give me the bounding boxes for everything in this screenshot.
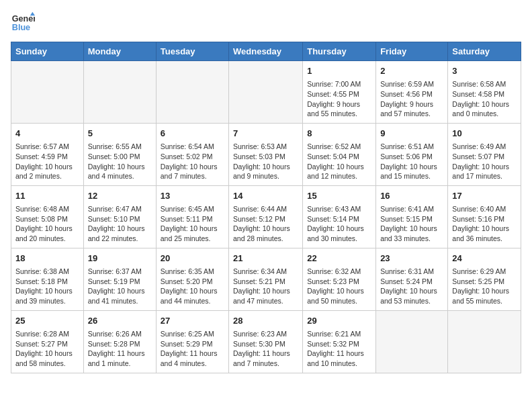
calendar-cell: 8Sunrise: 6:52 AM Sunset: 5:04 PM Daylig… — [303, 123, 376, 185]
calendar-cell — [448, 310, 521, 373]
day-info: Sunrise: 6:23 AM Sunset: 5:30 PM Dayligh… — [233, 329, 298, 369]
day-number: 17 — [452, 190, 517, 202]
calendar-cell: 23Sunrise: 6:31 AM Sunset: 5:24 PM Dayli… — [376, 248, 448, 310]
day-number: 19 — [88, 253, 152, 265]
day-info: Sunrise: 6:48 AM Sunset: 5:08 PM Dayligh… — [15, 204, 79, 244]
day-number: 20 — [161, 253, 224, 265]
day-info: Sunrise: 6:47 AM Sunset: 5:10 PM Dayligh… — [88, 204, 152, 244]
calendar-cell: 9Sunrise: 6:51 AM Sunset: 5:06 PM Daylig… — [376, 123, 448, 185]
day-info: Sunrise: 6:44 AM Sunset: 5:12 PM Dayligh… — [233, 204, 298, 244]
day-info: Sunrise: 6:41 AM Sunset: 5:15 PM Dayligh… — [380, 204, 443, 244]
day-info: Sunrise: 6:25 AM Sunset: 5:29 PM Dayligh… — [161, 329, 224, 369]
calendar-cell — [11, 61, 84, 124]
calendar-cell — [83, 61, 156, 124]
day-number: 25 — [15, 315, 79, 327]
calendar-cell: 27Sunrise: 6:25 AM Sunset: 5:29 PM Dayli… — [156, 310, 228, 373]
calendar-header-row: SundayMondayTuesdayWednesdayThursdayFrid… — [11, 42, 521, 61]
day-info: Sunrise: 6:49 AM Sunset: 5:07 PM Dayligh… — [452, 142, 517, 181]
day-info: Sunrise: 6:34 AM Sunset: 5:21 PM Dayligh… — [233, 267, 298, 306]
day-info: Sunrise: 6:43 AM Sunset: 5:14 PM Dayligh… — [307, 204, 371, 244]
day-number: 21 — [233, 253, 298, 265]
day-info: Sunrise: 6:40 AM Sunset: 5:16 PM Dayligh… — [452, 204, 517, 244]
day-info: Sunrise: 6:58 AM Sunset: 4:58 PM Dayligh… — [452, 79, 517, 119]
calendar-cell: 11Sunrise: 6:48 AM Sunset: 5:08 PM Dayli… — [11, 185, 84, 248]
calendar-week-row: 4Sunrise: 6:57 AM Sunset: 4:59 PM Daylig… — [11, 123, 521, 185]
calendar-cell: 7Sunrise: 6:53 AM Sunset: 5:03 PM Daylig… — [229, 123, 303, 185]
calendar-cell: 18Sunrise: 6:38 AM Sunset: 5:18 PM Dayli… — [11, 248, 84, 310]
calendar-cell: 17Sunrise: 6:40 AM Sunset: 5:16 PM Dayli… — [448, 185, 521, 248]
calendar-cell: 25Sunrise: 6:28 AM Sunset: 5:27 PM Dayli… — [11, 310, 84, 373]
calendar-cell: 15Sunrise: 6:43 AM Sunset: 5:14 PM Dayli… — [303, 185, 376, 248]
day-number: 4 — [15, 128, 79, 140]
header-day-thursday: Thursday — [303, 42, 376, 61]
day-number: 14 — [233, 190, 298, 202]
header-day-sunday: Sunday — [11, 42, 84, 61]
svg-text:Blue: Blue — [12, 23, 30, 32]
day-info: Sunrise: 7:00 AM Sunset: 4:55 PM Dayligh… — [307, 79, 371, 119]
day-number: 11 — [15, 190, 79, 202]
day-number: 23 — [380, 253, 443, 265]
day-info: Sunrise: 6:26 AM Sunset: 5:28 PM Dayligh… — [88, 329, 152, 369]
calendar-week-row: 25Sunrise: 6:28 AM Sunset: 5:27 PM Dayli… — [11, 310, 521, 373]
day-number: 6 — [161, 128, 224, 140]
day-number: 13 — [161, 190, 224, 202]
day-info: Sunrise: 6:28 AM Sunset: 5:27 PM Dayligh… — [15, 329, 79, 369]
calendar-cell: 4Sunrise: 6:57 AM Sunset: 4:59 PM Daylig… — [11, 123, 84, 185]
calendar-cell: 10Sunrise: 6:49 AM Sunset: 5:07 PM Dayli… — [448, 123, 521, 185]
calendar-cell — [229, 61, 303, 124]
day-info: Sunrise: 6:37 AM Sunset: 5:19 PM Dayligh… — [88, 267, 152, 306]
day-number: 22 — [307, 253, 371, 265]
day-number: 24 — [452, 253, 517, 265]
calendar-cell: 1Sunrise: 7:00 AM Sunset: 4:55 PM Daylig… — [303, 61, 376, 124]
day-number: 27 — [161, 315, 224, 327]
day-info: Sunrise: 6:21 AM Sunset: 5:32 PM Dayligh… — [307, 329, 371, 369]
calendar-cell: 6Sunrise: 6:54 AM Sunset: 5:02 PM Daylig… — [156, 123, 228, 185]
calendar-week-row: 18Sunrise: 6:38 AM Sunset: 5:18 PM Dayli… — [11, 248, 521, 310]
calendar-cell: 3Sunrise: 6:58 AM Sunset: 4:58 PM Daylig… — [448, 61, 521, 124]
header-day-friday: Friday — [376, 42, 448, 61]
calendar-cell: 28Sunrise: 6:23 AM Sunset: 5:30 PM Dayli… — [229, 310, 303, 373]
day-number: 1 — [307, 65, 371, 77]
day-number: 7 — [233, 128, 298, 140]
day-info: Sunrise: 6:57 AM Sunset: 4:59 PM Dayligh… — [15, 142, 79, 181]
calendar-cell — [156, 61, 228, 124]
day-number: 2 — [380, 65, 443, 77]
day-number: 18 — [15, 253, 79, 265]
calendar-cell: 19Sunrise: 6:37 AM Sunset: 5:19 PM Dayli… — [83, 248, 156, 310]
day-number: 26 — [88, 315, 152, 327]
calendar-cell: 24Sunrise: 6:29 AM Sunset: 5:25 PM Dayli… — [448, 248, 521, 310]
day-info: Sunrise: 6:51 AM Sunset: 5:06 PM Dayligh… — [380, 142, 443, 181]
day-info: Sunrise: 6:54 AM Sunset: 5:02 PM Dayligh… — [161, 142, 224, 181]
header-day-tuesday: Tuesday — [156, 42, 228, 61]
logo: General Blue — [11, 11, 35, 35]
header-day-saturday: Saturday — [448, 42, 521, 61]
day-number: 9 — [380, 128, 443, 140]
day-info: Sunrise: 6:55 AM Sunset: 5:00 PM Dayligh… — [88, 142, 152, 181]
calendar-cell: 13Sunrise: 6:45 AM Sunset: 5:11 PM Dayli… — [156, 185, 228, 248]
calendar-cell: 2Sunrise: 6:59 AM Sunset: 4:56 PM Daylig… — [376, 61, 448, 124]
calendar-week-row: 11Sunrise: 6:48 AM Sunset: 5:08 PM Dayli… — [11, 185, 521, 248]
day-info: Sunrise: 6:45 AM Sunset: 5:11 PM Dayligh… — [161, 204, 224, 244]
day-info: Sunrise: 6:35 AM Sunset: 5:20 PM Dayligh… — [161, 267, 224, 306]
day-info: Sunrise: 6:53 AM Sunset: 5:03 PM Dayligh… — [233, 142, 298, 181]
day-number: 15 — [307, 190, 371, 202]
calendar-week-row: 1Sunrise: 7:00 AM Sunset: 4:55 PM Daylig… — [11, 61, 521, 124]
logo-icon: General Blue — [11, 11, 35, 35]
calendar-cell: 14Sunrise: 6:44 AM Sunset: 5:12 PM Dayli… — [229, 185, 303, 248]
day-number: 3 — [452, 65, 517, 77]
calendar-table: SundayMondayTuesdayWednesdayThursdayFrid… — [11, 42, 521, 373]
day-number: 28 — [233, 315, 298, 327]
day-number: 5 — [88, 128, 152, 140]
day-info: Sunrise: 6:52 AM Sunset: 5:04 PM Dayligh… — [307, 142, 371, 181]
calendar-cell: 16Sunrise: 6:41 AM Sunset: 5:15 PM Dayli… — [376, 185, 448, 248]
header-day-wednesday: Wednesday — [229, 42, 303, 61]
header-day-monday: Monday — [83, 42, 156, 61]
day-number: 29 — [307, 315, 371, 327]
calendar-cell — [376, 310, 448, 373]
day-number: 8 — [307, 128, 371, 140]
calendar-cell: 29Sunrise: 6:21 AM Sunset: 5:32 PM Dayli… — [303, 310, 376, 373]
calendar-cell: 5Sunrise: 6:55 AM Sunset: 5:00 PM Daylig… — [83, 123, 156, 185]
calendar-cell: 21Sunrise: 6:34 AM Sunset: 5:21 PM Dayli… — [229, 248, 303, 310]
day-info: Sunrise: 6:32 AM Sunset: 5:23 PM Dayligh… — [307, 267, 371, 306]
day-number: 12 — [88, 190, 152, 202]
